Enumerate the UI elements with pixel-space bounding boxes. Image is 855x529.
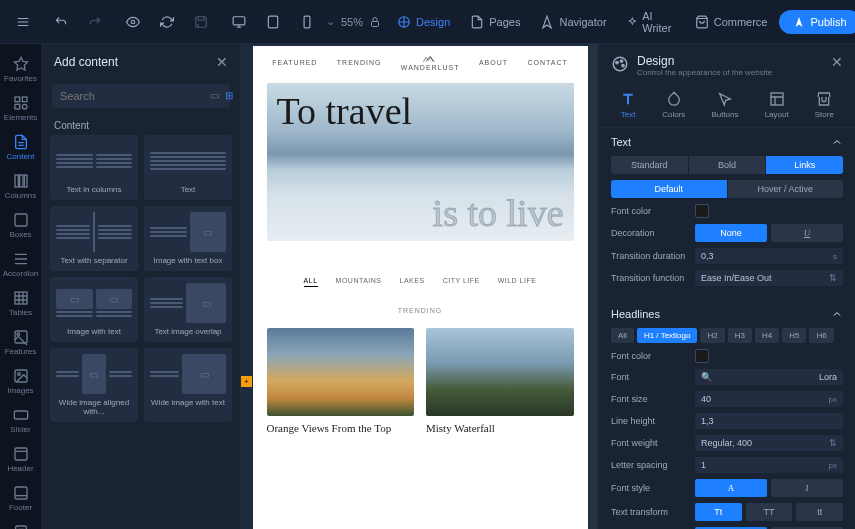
tt-none[interactable]: Tt (695, 503, 742, 521)
svg-point-25 (613, 57, 627, 71)
hero-section[interactable]: To travel is to live (267, 83, 574, 241)
nav-elements[interactable]: Elements (0, 89, 41, 128)
navigator-button[interactable]: Navigator (532, 10, 614, 34)
design-mode[interactable]: Design (389, 10, 458, 34)
redo-icon[interactable] (80, 10, 110, 34)
add-content-panel: Add content ✕ ▭ ⊞ Content Text in column… (42, 44, 241, 529)
nav-tables[interactable]: Tables (0, 284, 41, 323)
tab-layout[interactable]: Layout (765, 91, 789, 119)
content-item[interactable]: ▭Wide image with text (144, 348, 232, 422)
content-item[interactable]: ▭▭Image with text (50, 277, 138, 342)
close-icon[interactable]: ✕ (831, 54, 843, 70)
preview-icon[interactable] (118, 10, 148, 34)
site-logo[interactable]: WANDERLUST (401, 54, 460, 71)
svg-rect-20 (14, 411, 27, 419)
nav-images[interactable]: Images (0, 362, 41, 401)
card-item[interactable]: Orange Views From the Top (267, 328, 415, 434)
h-h2[interactable]: H2 (700, 328, 724, 343)
commerce-button[interactable]: Commerce (687, 10, 776, 34)
grid-view-icon[interactable]: ⊞ (225, 90, 237, 102)
font-size-input[interactable]: 40px (695, 391, 843, 407)
close-icon[interactable]: ✕ (216, 54, 228, 70)
letter-spacing-input[interactable]: 1px (695, 457, 843, 473)
save-icon[interactable] (186, 10, 216, 34)
h-all[interactable]: All (611, 328, 634, 343)
card-item[interactable]: Misty Waterfall (426, 328, 574, 434)
search-input[interactable]: ▭ ⊞ (52, 84, 230, 108)
nav-features[interactable]: Features (0, 323, 41, 362)
tab-colors[interactable]: Colors (662, 91, 685, 119)
tab-text[interactable]: Text (620, 91, 636, 119)
transition-duration-input[interactable]: 0,3s (695, 248, 843, 264)
refresh-icon[interactable] (152, 10, 182, 34)
nav-boxes[interactable]: Boxes (0, 206, 41, 245)
svg-rect-3 (268, 16, 277, 28)
canvas[interactable]: + FEATURED TRENDING WANDERLUST ABOUT CON… (241, 44, 599, 529)
state-hover[interactable]: Hover / Active (728, 180, 844, 198)
tt-upper[interactable]: TT (746, 503, 793, 521)
content-item[interactable]: ▭Image with text box (144, 206, 232, 271)
h-h1[interactable]: H1 / Textlogo (637, 328, 698, 343)
section-label: Content (42, 112, 240, 135)
nav-header[interactable]: Header (0, 440, 41, 479)
style-italic[interactable]: I (771, 479, 843, 497)
trending-label: TRENDING (253, 293, 588, 328)
transition-function-select[interactable]: Ease In/Ease Out⇅ (695, 270, 843, 286)
nav-accordion[interactable]: Accordion (0, 245, 41, 284)
list-view-icon[interactable]: ▭ (210, 90, 222, 102)
content-item[interactable]: ▭Wide image aligned with... (50, 348, 138, 422)
zoom-control[interactable]: ⌄ 55% (326, 15, 381, 28)
state-default[interactable]: Default (611, 180, 728, 198)
desktop-icon[interactable] (224, 10, 254, 34)
pages-button[interactable]: Pages (462, 10, 528, 34)
nav-favorites[interactable]: Favorites (0, 50, 41, 89)
nav-forms[interactable]: Forms (0, 518, 41, 529)
tab-buttons[interactable]: Buttons (711, 91, 738, 119)
h-h6[interactable]: H6 (809, 328, 833, 343)
deco-underline[interactable]: U (771, 224, 843, 242)
publish-button[interactable]: Publish (779, 10, 855, 34)
style-normal[interactable]: A (695, 479, 767, 497)
font-weight-select[interactable]: Regular, 400⇅ (695, 435, 843, 451)
svg-point-17 (17, 333, 20, 336)
variant-bold[interactable]: Bold (689, 156, 767, 174)
nav-slider[interactable]: Slider (0, 401, 41, 440)
nav-columns[interactable]: Columns (0, 167, 41, 206)
svg-rect-12 (19, 175, 22, 187)
content-item[interactable]: Text in columns (50, 135, 138, 200)
svg-rect-5 (372, 21, 379, 26)
element-marker[interactable]: + (241, 376, 252, 387)
content-item[interactable]: ▭Text image overlap (144, 277, 232, 342)
chevron-up-icon (831, 136, 843, 148)
tt-lower[interactable]: tt (796, 503, 843, 521)
headline-color-swatch[interactable] (695, 349, 709, 363)
svg-rect-21 (15, 448, 27, 460)
content-item[interactable]: Text with separator (50, 206, 138, 271)
tablet-icon[interactable] (258, 10, 288, 34)
undo-icon[interactable] (46, 10, 76, 34)
h-h4[interactable]: H4 (755, 328, 779, 343)
svg-rect-13 (24, 175, 27, 187)
nav-footer[interactable]: Footer (0, 479, 41, 518)
svg-rect-7 (15, 97, 20, 102)
section-text[interactable]: Text (599, 128, 855, 156)
lock-icon (369, 16, 381, 28)
font-color-swatch[interactable] (695, 204, 709, 218)
font-select[interactable]: 🔍 Lora (695, 369, 843, 385)
ai-writer-button[interactable]: AI Writer (619, 5, 683, 39)
variant-standard[interactable]: Standard (611, 156, 689, 174)
menu-icon[interactable] (8, 10, 38, 34)
mobile-icon[interactable] (292, 10, 322, 34)
deco-none[interactable]: None (695, 224, 767, 242)
site-nav: FEATURED TRENDING WANDERLUST ABOUT CONTA… (253, 46, 588, 79)
line-height-input[interactable]: 1,3 (695, 413, 843, 429)
nav-content[interactable]: Content (0, 128, 41, 167)
content-item[interactable]: Text (144, 135, 232, 200)
h-h5[interactable]: H5 (782, 328, 806, 343)
svg-point-0 (131, 20, 135, 24)
variant-links[interactable]: Links (766, 156, 843, 174)
tab-store[interactable]: Store (815, 91, 834, 119)
section-headlines[interactable]: Headlines (599, 300, 855, 328)
h-h3[interactable]: H3 (728, 328, 752, 343)
svg-rect-8 (22, 97, 27, 102)
